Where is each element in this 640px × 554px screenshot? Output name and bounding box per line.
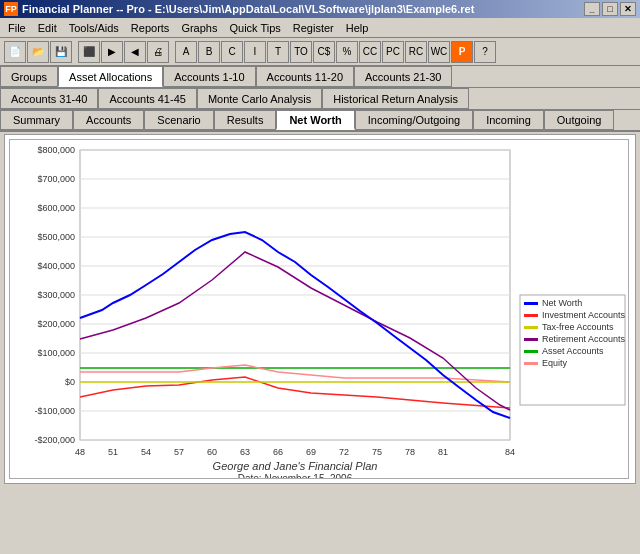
svg-text:72: 72 [339, 447, 349, 457]
net-worth-chart: $800,000 $700,000 $600,000 $500,000 $400… [9, 139, 629, 479]
svg-text:Asset Accounts: Asset Accounts [542, 346, 604, 356]
tab-accounts[interactable]: Accounts [73, 110, 144, 130]
tb-btn11[interactable]: I [244, 41, 266, 63]
tb-help2[interactable]: ? [474, 41, 496, 63]
tb-plan[interactable]: P [451, 41, 473, 63]
nav-row2: Accounts 31-40 Accounts 41-45 Monte Carl… [0, 88, 640, 110]
menu-bar: File Edit Tools/Aids Reports Graphs Quic… [0, 18, 640, 38]
svg-text:51: 51 [108, 447, 118, 457]
menu-file[interactable]: File [2, 20, 32, 36]
svg-text:63: 63 [240, 447, 250, 457]
svg-text:George and Jane's Financial Pl: George and Jane's Financial Plan [213, 460, 378, 472]
tb-btn19[interactable]: WC [428, 41, 450, 63]
svg-rect-39 [524, 314, 538, 317]
svg-text:Date: November 15, 2006: Date: November 15, 2006 [238, 473, 353, 479]
svg-text:Net Worth: Net Worth [542, 298, 582, 308]
tab-results[interactable]: Results [214, 110, 277, 130]
svg-text:$800,000: $800,000 [37, 145, 75, 155]
close-button[interactable]: ✕ [620, 2, 636, 16]
tab-summary[interactable]: Summary [0, 110, 73, 130]
tb-btn10[interactable]: C [221, 41, 243, 63]
svg-text:75: 75 [372, 447, 382, 457]
svg-text:$200,000: $200,000 [37, 319, 75, 329]
tab-incoming[interactable]: Incoming [473, 110, 544, 130]
tb-btn13[interactable]: TO [290, 41, 312, 63]
maximize-button[interactable]: □ [602, 2, 618, 16]
svg-text:81: 81 [438, 447, 448, 457]
tab-row: Summary Accounts Scenario Results Net Wo… [0, 110, 640, 132]
nav-historical[interactable]: Historical Return Analysis [322, 88, 469, 109]
tb-btn15[interactable]: % [336, 41, 358, 63]
tb-btn4[interactable]: ⬛ [78, 41, 100, 63]
svg-rect-41 [524, 326, 538, 329]
svg-text:69: 69 [306, 447, 316, 457]
window-title: Financial Planner -- Pro - E:\Users\Jim\… [22, 3, 584, 15]
tab-incoming-outgoing[interactable]: Incoming/Outgoing [355, 110, 473, 130]
nav-accounts-21-30[interactable]: Accounts 21-30 [354, 66, 452, 87]
nav-asset-allocations[interactable]: Asset Allocations [58, 66, 163, 87]
nav-groups[interactable]: Groups [0, 66, 58, 87]
svg-text:Equity: Equity [542, 358, 568, 368]
nav-row1: Groups Asset Allocations Accounts 1-10 A… [0, 66, 640, 88]
menu-tools[interactable]: Tools/Aids [63, 20, 125, 36]
nav-accounts-11-20[interactable]: Accounts 11-20 [256, 66, 354, 87]
svg-text:$700,000: $700,000 [37, 174, 75, 184]
svg-text:66: 66 [273, 447, 283, 457]
title-bar: FP Financial Planner -- Pro - E:\Users\J… [0, 0, 640, 18]
nav-accounts-31-40[interactable]: Accounts 31-40 [0, 88, 98, 109]
tb-btn14[interactable]: C$ [313, 41, 335, 63]
tb-btn9[interactable]: B [198, 41, 220, 63]
toolbar: 📄 📂 💾 ⬛ ▶ ◀ 🖨 A B C I T TO C$ % CC PC RC… [0, 38, 640, 66]
tab-outgoing[interactable]: Outgoing [544, 110, 615, 130]
main-content: $800,000 $700,000 $600,000 $500,000 $400… [0, 132, 640, 554]
app-icon: FP [4, 2, 18, 16]
svg-text:48: 48 [75, 447, 85, 457]
tb-btn18[interactable]: RC [405, 41, 427, 63]
tab-net-worth[interactable]: Net Worth [276, 110, 354, 130]
menu-edit[interactable]: Edit [32, 20, 63, 36]
svg-text:Tax-free Accounts: Tax-free Accounts [542, 322, 614, 332]
tb-btn17[interactable]: PC [382, 41, 404, 63]
nav-accounts-41-45[interactable]: Accounts 41-45 [98, 88, 196, 109]
svg-text:$300,000: $300,000 [37, 290, 75, 300]
menu-reports[interactable]: Reports [125, 20, 176, 36]
svg-text:-$200,000: -$200,000 [34, 435, 75, 445]
svg-rect-45 [524, 350, 538, 353]
tb-btn12[interactable]: T [267, 41, 289, 63]
svg-text:$0: $0 [65, 377, 75, 387]
window-controls[interactable]: _ □ ✕ [584, 2, 636, 16]
menu-graphs[interactable]: Graphs [175, 20, 223, 36]
svg-text:78: 78 [405, 447, 415, 457]
tb-print[interactable]: 🖨 [147, 41, 169, 63]
svg-text:$400,000: $400,000 [37, 261, 75, 271]
minimize-button[interactable]: _ [584, 2, 600, 16]
svg-text:$600,000: $600,000 [37, 203, 75, 213]
menu-quicktips[interactable]: Quick Tips [223, 20, 286, 36]
tb-open[interactable]: 📂 [27, 41, 49, 63]
svg-text:$500,000: $500,000 [37, 232, 75, 242]
menu-help[interactable]: Help [340, 20, 375, 36]
svg-text:60: 60 [207, 447, 217, 457]
nav-accounts-1-10[interactable]: Accounts 1-10 [163, 66, 255, 87]
svg-text:Retirement Accounts: Retirement Accounts [542, 334, 626, 344]
svg-text:84: 84 [505, 447, 515, 457]
svg-text:$100,000: $100,000 [37, 348, 75, 358]
tb-btn6[interactable]: ◀ [124, 41, 146, 63]
svg-text:54: 54 [141, 447, 151, 457]
tb-btn8[interactable]: A [175, 41, 197, 63]
svg-rect-37 [524, 302, 538, 305]
chart-wrapper: $800,000 $700,000 $600,000 $500,000 $400… [4, 134, 636, 484]
svg-text:-$100,000: -$100,000 [34, 406, 75, 416]
tb-btn5[interactable]: ▶ [101, 41, 123, 63]
tb-btn16[interactable]: CC [359, 41, 381, 63]
tb-save[interactable]: 💾 [50, 41, 72, 63]
svg-rect-47 [524, 362, 538, 365]
nav-monte-carlo[interactable]: Monte Carlo Analysis [197, 88, 322, 109]
tb-new[interactable]: 📄 [4, 41, 26, 63]
menu-register[interactable]: Register [287, 20, 340, 36]
svg-rect-43 [524, 338, 538, 341]
tab-scenario[interactable]: Scenario [144, 110, 213, 130]
svg-text:57: 57 [174, 447, 184, 457]
svg-text:Investment Accounts: Investment Accounts [542, 310, 626, 320]
